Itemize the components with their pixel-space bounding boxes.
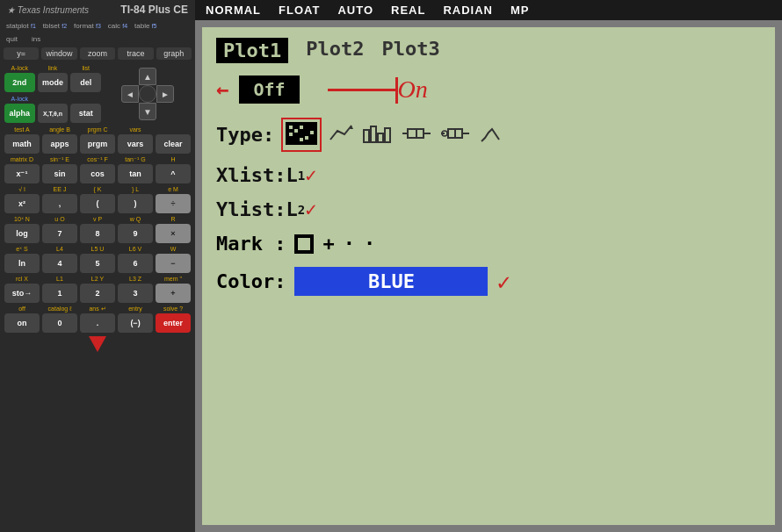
menu-table[interactable]: table f5: [132, 21, 159, 31]
svg-rect-9: [364, 130, 369, 142]
dpad-left-button[interactable]: ◄: [121, 85, 139, 103]
8-button[interactable]: 8: [80, 224, 115, 243]
vars-button[interactable]: vars: [118, 134, 153, 154]
status-auto: AUTO: [337, 4, 373, 17]
type-normprob-icon[interactable]: [478, 122, 503, 148]
4-button[interactable]: 4: [42, 254, 77, 273]
status-mp: MP: [510, 4, 530, 17]
on-annotation: On: [398, 75, 428, 104]
window-button[interactable]: window: [41, 47, 76, 60]
mod-box-icon: [439, 122, 471, 145]
xlist-row: Xlist:L1 ✓: [216, 164, 761, 186]
ylist-row: Ylist:L2 ✓: [216, 198, 761, 220]
mark-plus[interactable]: +: [322, 233, 334, 255]
type-scatter-selected[interactable]: [281, 118, 322, 152]
y-equals-button[interactable]: y=: [4, 47, 39, 60]
alpha-button[interactable]: alpha: [4, 104, 35, 123]
clear-button[interactable]: clear: [156, 134, 191, 154]
screen-content: Plot1 Plot2 Plot3 ← Off On: [202, 27, 775, 525]
bar-chart-icon: [362, 121, 394, 144]
box-plot-icon: [401, 122, 432, 145]
plot2-tab[interactable]: Plot2: [306, 38, 364, 63]
open-paren-button[interactable]: (: [80, 194, 115, 213]
xlist-label: Xlist:L: [216, 164, 298, 186]
on-off-row: ← Off On: [216, 75, 761, 104]
off-button[interactable]: Off: [239, 75, 299, 104]
1-button[interactable]: 1: [42, 284, 77, 303]
dpad-up-button[interactable]: ▲: [139, 68, 156, 85]
enter-button[interactable]: enter: [156, 313, 191, 333]
svg-rect-7: [300, 138, 303, 141]
minus-button[interactable]: −: [156, 254, 191, 273]
7-button[interactable]: 7: [42, 224, 77, 243]
on-button[interactable]: on: [4, 313, 40, 333]
mode-button[interactable]: mode: [38, 73, 69, 92]
plot1-tab[interactable]: Plot1: [216, 38, 288, 63]
neg-button[interactable]: (−): [118, 313, 153, 333]
trace-button[interactable]: trace: [118, 47, 153, 60]
6-button[interactable]: 6: [118, 254, 153, 273]
plus-button[interactable]: +: [156, 284, 191, 303]
mark-dot2[interactable]: ·: [364, 233, 375, 255]
comma-button[interactable]: ,: [42, 194, 77, 213]
sin-button[interactable]: sin: [42, 164, 77, 183]
multiply-button[interactable]: ×: [156, 224, 191, 243]
color-value-box[interactable]: BLUE: [294, 267, 488, 296]
type-bar-icon[interactable]: [362, 121, 394, 148]
menu-quit[interactable]: quit: [4, 34, 20, 44]
key-grid: A-lock 2nd link mode list del: [0, 61, 195, 532]
dpad-center: [139, 85, 156, 103]
dot-button[interactable]: .: [80, 313, 115, 333]
mark-dot1[interactable]: ·: [344, 233, 355, 255]
norm-prob-icon: [478, 122, 503, 145]
zoom-button[interactable]: zoom: [80, 47, 115, 60]
calculator: ★ Texas Instruments TI-84 Plus CE statpl…: [0, 0, 782, 532]
svg-rect-12: [385, 128, 390, 142]
arrow-left-icon: ←: [216, 77, 228, 102]
plot3-tab[interactable]: Plot3: [381, 38, 439, 63]
log-button[interactable]: log: [4, 224, 40, 243]
caret-button[interactable]: ^: [156, 164, 191, 183]
xt-theta-n-button[interactable]: X,T,θ,n: [38, 104, 69, 123]
mark-label: Mark :: [216, 233, 286, 255]
2nd-button[interactable]: 2nd: [4, 73, 35, 92]
0-button[interactable]: 0: [42, 313, 77, 333]
sto-button[interactable]: sto→: [4, 284, 40, 303]
type-boxplot-icon[interactable]: [401, 122, 432, 148]
menu-tblset[interactable]: tblset f2: [40, 21, 69, 31]
svg-rect-1: [289, 126, 293, 129]
svg-rect-5: [305, 136, 308, 140]
svg-rect-11: [378, 133, 383, 142]
dpad-down-button[interactable]: ▼: [139, 103, 156, 120]
mark-square-icon[interactable]: [294, 234, 314, 254]
del-button[interactable]: del: [70, 73, 101, 92]
divide-button[interactable]: ÷: [156, 194, 191, 213]
x-inverse-button[interactable]: x⁻¹: [4, 164, 40, 183]
ln-button[interactable]: ln: [4, 254, 40, 273]
close-paren-button[interactable]: ): [118, 194, 153, 213]
prgm-button[interactable]: prgm: [80, 134, 115, 154]
svg-rect-2: [289, 133, 293, 136]
tan-button[interactable]: tan: [118, 164, 153, 183]
menu-calc[interactable]: calc f4: [105, 21, 130, 31]
ylist-subscript: 2: [298, 203, 305, 217]
cos-button[interactable]: cos: [80, 164, 115, 183]
math-button[interactable]: math: [4, 134, 40, 154]
dpad-right-button[interactable]: ►: [156, 85, 174, 103]
graph-button[interactable]: graph: [156, 47, 192, 60]
9-button[interactable]: 9: [118, 224, 153, 243]
x-squared-button[interactable]: x²: [4, 194, 40, 213]
stat-button[interactable]: stat: [70, 104, 101, 123]
ylist-checkmark: ✓: [305, 198, 316, 220]
menu-statplot[interactable]: statplot f1: [4, 21, 39, 31]
menu-ins[interactable]: ins: [29, 34, 43, 44]
apps-button[interactable]: apps: [42, 134, 77, 154]
screen-panel: NORMAL FLOAT AUTO REAL RADIAN MP Plot1 P…: [195, 0, 782, 532]
menu-format[interactable]: format f3: [71, 21, 104, 31]
5-button[interactable]: 5: [80, 254, 115, 273]
type-line-icon[interactable]: [329, 122, 355, 148]
ti-model: TI-84 Plus CE: [120, 4, 188, 16]
2-button[interactable]: 2: [80, 284, 115, 303]
type-modbox-icon[interactable]: [439, 122, 471, 148]
3-button[interactable]: 3: [118, 284, 153, 303]
